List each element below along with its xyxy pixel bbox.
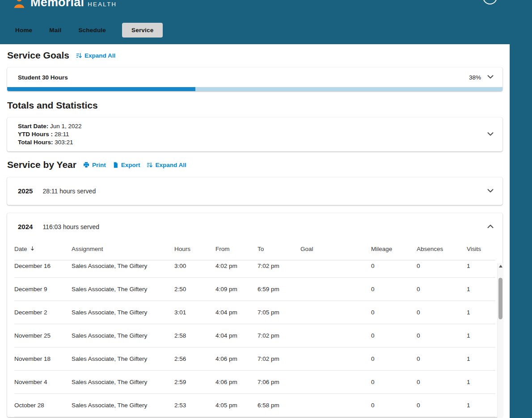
main-nav: Home Mail Schedule Service — [14, 23, 163, 38]
cell-mileage: 0 — [371, 309, 417, 316]
year-2024-header[interactable]: 2024 116:03 hours served — [7, 213, 502, 238]
year-2025-header[interactable]: 2025 28:11 hours served — [7, 177, 502, 205]
brand: Memorial HEALTH — [12, 0, 117, 10]
brand-suffix: HEALTH — [88, 1, 117, 10]
totals-section-header: Totals and Statistics — [7, 100, 502, 111]
cell-from: 4:06 pm — [215, 379, 258, 385]
cell-mileage: 0 — [371, 332, 417, 339]
tab-schedule[interactable]: Schedule — [77, 23, 107, 38]
column-header-visits: Visits — [467, 246, 495, 252]
scrollbar-thumb[interactable] — [498, 278, 502, 319]
goal-card-header[interactable]: Student 30 Hours 38% — [7, 67, 502, 87]
column-header-to: To — [258, 246, 300, 252]
chevron-down-icon — [486, 72, 495, 83]
cell-absences: 0 — [417, 286, 467, 293]
totals-title: Totals and Statistics — [7, 100, 98, 111]
brand-logo-icon — [12, 0, 27, 10]
year-expand-all-label: Expand All — [155, 162, 186, 168]
expand-all-icon — [146, 162, 153, 168]
cell-visits: 1 — [467, 286, 495, 293]
goals-expand-all-label: Expand All — [84, 52, 115, 59]
tab-home[interactable]: Home — [14, 23, 33, 38]
cell-from: 4:04 pm — [215, 309, 258, 316]
cell-hours: 2:59 — [174, 379, 215, 385]
cell-date: December 16 — [14, 263, 72, 269]
service-goals-section-header: Service Goals Expand All — [7, 50, 502, 61]
table-row: December 16 Sales Associate, The Giftery… — [14, 260, 495, 278]
cell-to: 7:05 pm — [258, 309, 300, 316]
export-button[interactable]: Export — [112, 162, 140, 168]
totals-expand-button[interactable] — [483, 128, 498, 141]
tab-mail[interactable]: Mail — [48, 23, 62, 38]
table-row: November 25 Sales Associate, The Giftery… — [14, 324, 495, 347]
cell-from: 4:06 pm — [215, 355, 258, 362]
page-content: Service Goals Expand All Student 30 Hour… — [0, 44, 510, 418]
stat-ytd-hours: YTD Hours : 28:11 — [18, 130, 82, 138]
cell-to: 7:02 pm — [258, 355, 300, 362]
year-label: 2024 — [18, 222, 33, 232]
cell-mileage: 0 — [371, 286, 417, 293]
table-scrollbar[interactable] — [497, 263, 503, 418]
avatar[interactable] — [483, 0, 497, 4]
column-header-from: From — [215, 246, 258, 252]
year-2025-expand-button[interactable] — [483, 185, 498, 197]
column-header-assignment: Assignment — [72, 246, 174, 252]
year-card-2025: 2025 28:11 hours served — [7, 177, 502, 205]
year-2024-collapse-button[interactable] — [483, 221, 498, 233]
table-row: November 4 Sales Associate, The Giftery … — [14, 371, 495, 394]
goal-card: Student 30 Hours 38% — [7, 67, 502, 91]
column-header-date[interactable]: Date — [14, 246, 72, 253]
tab-service[interactable]: Service — [122, 23, 163, 38]
cell-absences: 0 — [417, 263, 467, 269]
cell-absences: 0 — [417, 402, 467, 409]
goal-progress-track — [7, 87, 502, 91]
cell-hours: 2:53 — [174, 402, 215, 409]
print-button[interactable]: Print — [83, 161, 106, 168]
service-table: Date Assignment Hours From To Goal Milea… — [7, 238, 502, 417]
stat-start-date: Start Date: Jun 1, 2022 — [18, 122, 82, 130]
cell-to: 6:59 pm — [258, 286, 300, 293]
table-row: December 9 Sales Associate, The Giftery … — [14, 278, 495, 301]
cell-assignment: Sales Associate, The Giftery — [72, 402, 174, 409]
year-card-2024: 2024 116:03 hours served Date Assignment… — [7, 213, 502, 417]
cell-assignment: Sales Associate, The Giftery — [72, 332, 174, 339]
print-label: Print — [92, 162, 106, 168]
cell-from: 4:05 pm — [215, 402, 258, 409]
year-summary: 28:11 hours served — [42, 186, 96, 196]
table-row: December 2 Sales Associate, The Giftery … — [14, 301, 495, 324]
cell-date: October 28 — [14, 402, 72, 409]
cell-from: 4:09 pm — [215, 286, 258, 293]
service-table-header: Date Assignment Hours From To Goal Milea… — [14, 238, 495, 260]
service-by-year-title: Service by Year — [7, 159, 76, 170]
cell-date: November 4 — [14, 379, 72, 385]
sort-descending-icon — [30, 246, 35, 253]
cell-absences: 0 — [417, 332, 467, 339]
export-file-icon — [112, 162, 119, 168]
cell-absences: 0 — [417, 309, 467, 316]
goals-expand-all-button[interactable]: Expand All — [76, 52, 115, 59]
cell-visits: 1 — [467, 402, 495, 409]
cell-assignment: Sales Associate, The Giftery — [72, 309, 174, 316]
cell-hours: 2:56 — [174, 355, 215, 362]
table-row: October 28 Sales Associate, The Giftery … — [14, 394, 495, 417]
cell-visits: 1 — [467, 263, 495, 269]
cell-date: November 18 — [14, 355, 72, 362]
table-row: November 18 Sales Associate, The Giftery… — [14, 347, 495, 371]
service-table-viewport: December 16 Sales Associate, The Giftery… — [14, 260, 495, 417]
cell-mileage: 0 — [371, 379, 417, 385]
goal-expand-button[interactable] — [483, 71, 498, 84]
cell-visits: 1 — [467, 309, 495, 316]
goal-percent: 38% — [469, 74, 481, 81]
scroll-up-icon[interactable] — [499, 265, 502, 268]
cell-to: 6:58 pm — [258, 402, 300, 409]
print-icon — [83, 161, 90, 168]
chevron-up-icon — [486, 222, 495, 233]
cell-assignment: Sales Associate, The Giftery — [72, 263, 174, 269]
column-header-hours: Hours — [174, 246, 215, 252]
cell-assignment: Sales Associate, The Giftery — [72, 286, 174, 293]
year-expand-all-button[interactable]: Expand All — [146, 162, 186, 168]
stat-total-hours: Total Hours: 303:21 — [18, 138, 82, 146]
cell-assignment: Sales Associate, The Giftery — [72, 355, 174, 362]
cell-absences: 0 — [417, 355, 467, 362]
year-label: 2025 — [18, 186, 33, 196]
